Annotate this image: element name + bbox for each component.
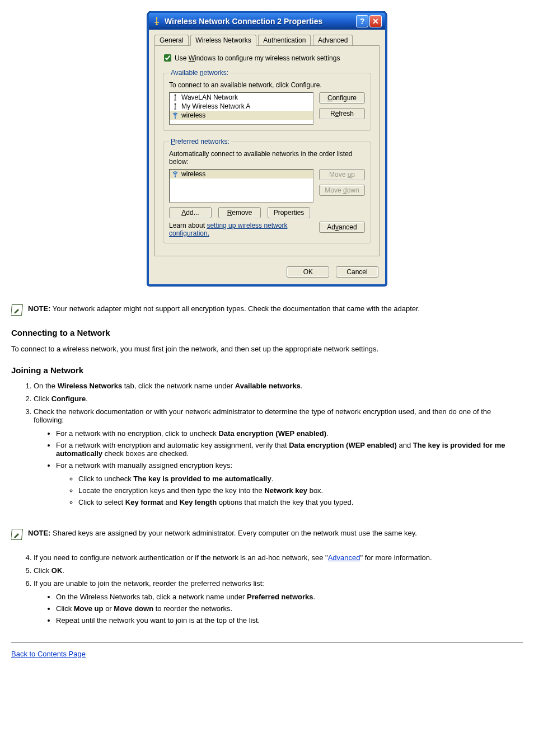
step-3a: For a network with no encryption, click … — [56, 428, 523, 439]
help-button[interactable]: ? — [356, 15, 368, 27]
preferred-hint: Automatically connect to available netwo… — [169, 150, 365, 166]
step-5: Click OK. — [34, 564, 523, 577]
use-windows-checkbox-row[interactable]: Use Windows to configure my wireless net… — [162, 53, 372, 63]
advanced-button[interactable]: Advanced — [319, 222, 365, 233]
network-name: WaveLAN Network — [181, 93, 238, 101]
note-2: NOTE: Shared keys are assigned by your n… — [11, 529, 523, 540]
list-item[interactable]: My Wireless Network A — [170, 102, 313, 111]
intro-connecting: To connect to a wireless network, you mu… — [11, 345, 523, 353]
window-title: Wireless Network Connection 2 Properties — [165, 17, 355, 26]
configure-button[interactable]: Configure — [319, 92, 365, 104]
window-icon — [152, 17, 161, 26]
ok-button[interactable]: OK — [287, 266, 329, 278]
step-4: If you need to configure network authent… — [34, 551, 523, 564]
note-label: NOTE: — [28, 529, 50, 537]
svg-point-1 — [175, 95, 176, 96]
available-networks-list[interactable]: WaveLAN Network My Wireless Network A wi… — [169, 92, 313, 125]
learn-about-text: Learn about setting up wireless network … — [169, 222, 319, 237]
tab-wireless-networks[interactable]: Wireless Networks — [190, 35, 256, 46]
signal-icon — [172, 171, 179, 177]
join-steps-cont: If you need to configure network authent… — [11, 551, 523, 632]
heading-connecting: Connecting to a Network — [11, 328, 523, 337]
tab-authentication[interactable]: Authentication — [258, 35, 311, 45]
tab-strip: General Wireless Networks Authentication… — [149, 30, 385, 45]
heading-joining: Joining a Network — [11, 365, 523, 375]
note-1: NOTE: Your network adapter might not sup… — [11, 304, 523, 316]
svg-point-3 — [175, 118, 176, 119]
step-3c: For a network with manually assigned enc… — [56, 459, 523, 513]
close-button[interactable]: ✕ — [369, 15, 382, 27]
svg-point-2 — [175, 104, 176, 105]
preferred-networks-list[interactable]: wireless — [169, 169, 313, 203]
move-down-button[interactable]: Move down — [319, 185, 365, 196]
cancel-button[interactable]: Cancel — [336, 266, 378, 278]
antenna-icon — [172, 94, 179, 101]
preferred-networks-group: Preferred networks: Automatically connec… — [163, 138, 371, 243]
properties-button[interactable]: Properties — [268, 207, 310, 218]
available-hint: To connect to an available network, clic… — [169, 81, 365, 89]
network-name: wireless — [181, 111, 205, 119]
advanced-link[interactable]: Advanced — [328, 553, 360, 562]
dialog-footer: OK Cancel — [149, 262, 385, 284]
tab-panel: Use Windows to configure my wireless net… — [154, 45, 380, 256]
svg-point-4 — [175, 176, 176, 177]
back-to-contents-link[interactable]: Back to Contents Page — [11, 650, 86, 658]
remove-button[interactable]: Remove — [218, 207, 261, 218]
note-text: Your network adapter might not support a… — [50, 304, 420, 313]
step-3b: For a network with encryption and automa… — [56, 439, 523, 459]
join-steps: On the Wireless Networks tab, click the … — [11, 379, 523, 519]
tab-advanced[interactable]: Advanced — [313, 35, 353, 45]
available-networks-legend: Available networks: — [169, 69, 230, 77]
network-name: wireless — [181, 170, 205, 178]
note-icon — [11, 304, 23, 316]
add-button[interactable]: Add... — [169, 207, 212, 218]
tab-general[interactable]: General — [154, 35, 189, 45]
signal-icon — [172, 112, 179, 119]
move-up-button[interactable]: Move up — [319, 169, 365, 180]
divider — [11, 642, 523, 642]
list-item[interactable]: wireless — [170, 111, 313, 120]
step-1: On the Wireless Networks tab, click the … — [34, 379, 523, 392]
step-3: Check the network documentation or with … — [34, 405, 523, 519]
list-item[interactable]: WaveLAN Network — [170, 93, 313, 102]
note-text: Shared keys are assigned by your network… — [50, 529, 416, 537]
use-windows-label: Use Windows to configure my wireless net… — [175, 54, 340, 62]
note-label: NOTE: — [28, 304, 50, 313]
available-networks-group: Available networks: To connect to an ava… — [163, 69, 371, 131]
antenna-icon — [172, 103, 179, 110]
use-windows-checkbox[interactable] — [164, 54, 171, 62]
refresh-button[interactable]: Refresh — [319, 108, 365, 119]
step-6: If you are unable to join the network, r… — [34, 577, 523, 632]
note-icon — [11, 529, 23, 540]
titlebar[interactable]: Wireless Network Connection 2 Properties… — [149, 13, 385, 30]
properties-dialog: Wireless Network Connection 2 Properties… — [147, 11, 387, 286]
network-name: My Wireless Network A — [181, 102, 250, 110]
step-2: Click Configure. — [34, 392, 523, 405]
svg-point-0 — [156, 17, 158, 18]
preferred-networks-legend: Preferred networks: — [169, 138, 231, 145]
list-item[interactable]: wireless — [170, 170, 313, 179]
